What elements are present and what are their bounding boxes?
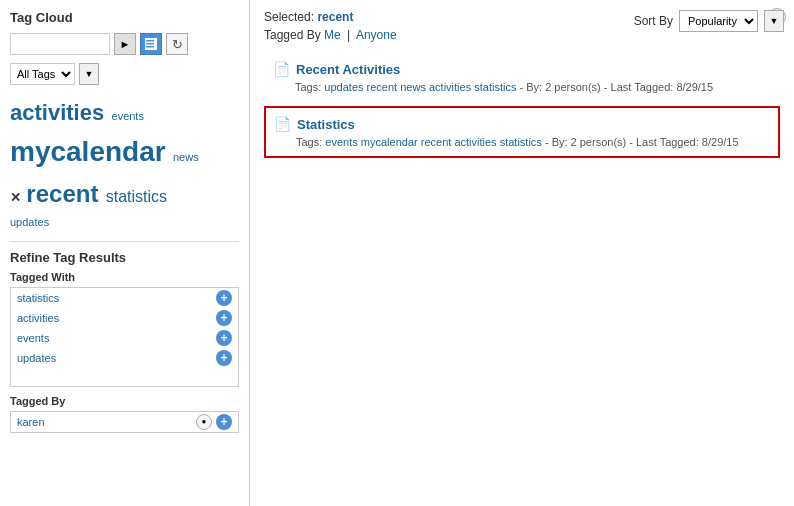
- tag-recent[interactable]: recent: [26, 180, 98, 207]
- tag-events[interactable]: events: [112, 110, 144, 122]
- result-tag-activities[interactable]: activities: [429, 81, 471, 93]
- refine-title: Refine Tag Results: [10, 250, 239, 265]
- tagged-by-label: Tagged By: [10, 395, 239, 407]
- selected-value: recent: [317, 10, 353, 24]
- svg-rect-2: [146, 43, 154, 45]
- tag-toggle-button[interactable]: [140, 33, 162, 55]
- refine-section: Refine Tag Results Tagged With statistic…: [10, 241, 239, 433]
- result-tags-label: Tags:: [295, 81, 324, 93]
- result-meta-statistics: Tags: events mycalendar recent activitie…: [274, 136, 770, 148]
- refine-item-activities[interactable]: activities: [17, 312, 59, 324]
- tagged-by-karen[interactable]: karen: [17, 416, 45, 428]
- list-item: activities +: [11, 308, 238, 328]
- results-list: 📄 Recent Activities Tags: updates recent…: [264, 52, 780, 158]
- sort-label: Sort By: [634, 14, 673, 28]
- refresh-button[interactable]: ↻: [166, 33, 188, 55]
- left-panel: Tag Cloud ► ↻ All Tags: [0, 0, 250, 506]
- result-meta-recent-activities: Tags: updates recent news activities sta…: [273, 81, 771, 93]
- svg-rect-1: [146, 40, 154, 42]
- right-panel: Sort By Popularity ▼ Selected: recent Ta…: [250, 0, 794, 506]
- result-title-statistics[interactable]: Statistics: [297, 117, 355, 132]
- tagged-by-separator: |: [347, 28, 350, 42]
- result-recent-activities: 📄 Recent Activities Tags: updates recent…: [264, 52, 780, 102]
- result-title-row: 📄 Recent Activities: [273, 61, 771, 77]
- add-activities-button[interactable]: +: [216, 310, 232, 326]
- tagged-with-group: Tagged With statistics + activities + ev…: [10, 271, 239, 387]
- tagged-by-anyone-link[interactable]: Anyone: [356, 28, 397, 42]
- add-statistics-button[interactable]: +: [216, 290, 232, 306]
- tag-news[interactable]: news: [173, 151, 199, 163]
- tag-statistics[interactable]: statistics: [106, 188, 167, 205]
- result-title-recent-activities[interactable]: Recent Activities: [296, 62, 400, 77]
- tag-updates[interactable]: updates: [10, 216, 49, 228]
- sort-select[interactable]: Popularity: [679, 10, 758, 32]
- tagged-with-label: Tagged With: [10, 271, 239, 283]
- search-row: ► ↻: [10, 33, 239, 55]
- tagged-by-text: Tagged By: [264, 28, 321, 42]
- add-events-button[interactable]: +: [216, 330, 232, 346]
- sort-dropdown-button[interactable]: ▼: [764, 10, 784, 32]
- sort-bar: Sort By Popularity ▼: [634, 10, 784, 32]
- tagged-by-radio-icon[interactable]: ●: [196, 414, 212, 430]
- refine-list: statistics + activities + events + upd: [11, 288, 238, 368]
- tag-cloud-section: Tag Cloud ► ↻ All Tags: [10, 10, 239, 233]
- tagged-by-group: Tagged By karen ● +: [10, 395, 239, 433]
- tag-mycalendar[interactable]: mycalendar: [10, 136, 166, 167]
- search-go-button[interactable]: ►: [114, 33, 136, 55]
- tag-search-input[interactable]: [10, 33, 110, 55]
- result-tag-news[interactable]: news: [400, 81, 426, 93]
- filter-row: All Tags ▼: [10, 63, 239, 85]
- result-tag-activities2[interactable]: activities: [454, 136, 496, 148]
- selected-label: Selected:: [264, 10, 314, 24]
- tagged-by-me-link[interactable]: Me: [324, 28, 341, 42]
- list-item: events +: [11, 328, 238, 348]
- result-tag-updates[interactable]: updates: [324, 81, 363, 93]
- result-meta-suffix-statistics: - By: 2 person(s) - Last Tagged: 8/29/15: [545, 136, 739, 148]
- tag-icon: [145, 38, 157, 50]
- result-meta-suffix: - By: 2 person(s) - Last Tagged: 8/29/15: [519, 81, 713, 93]
- refine-item-events[interactable]: events: [17, 332, 49, 344]
- tagged-by-karen-row: karen ● +: [10, 411, 239, 433]
- result-tag-recent2[interactable]: recent: [421, 136, 452, 148]
- result-statistics: 📄 Statistics Tags: events mycalendar rec…: [264, 106, 780, 158]
- result-title-row-statistics: 📄 Statistics: [274, 116, 770, 132]
- svg-rect-3: [146, 46, 154, 48]
- refine-list-container[interactable]: statistics + activities + events + upd: [10, 287, 239, 387]
- tag-cloud-content: activities events mycalendar news ✕ rece…: [10, 95, 239, 233]
- result-tag-statistics2[interactable]: statistics: [500, 136, 542, 148]
- result-tag-mycalendar[interactable]: mycalendar: [361, 136, 418, 148]
- result-tag-recent[interactable]: recent: [367, 81, 398, 93]
- result-document-icon: 📄: [273, 61, 290, 77]
- result-tag-events[interactable]: events: [325, 136, 357, 148]
- add-updates-button[interactable]: +: [216, 350, 232, 366]
- filter-dropdown-button[interactable]: ▼: [79, 63, 99, 85]
- tag-filter-select[interactable]: All Tags: [10, 63, 75, 85]
- result-tags-label-statistics: Tags:: [296, 136, 325, 148]
- refine-item-statistics[interactable]: statistics: [17, 292, 59, 304]
- tag-cloud-title: Tag Cloud: [10, 10, 239, 25]
- tagged-by-icons: ● +: [196, 414, 232, 430]
- refine-item-updates[interactable]: updates: [17, 352, 56, 364]
- main-container: ? Tag Cloud ► ↻: [0, 0, 794, 506]
- result-tag-statistics[interactable]: statistics: [474, 81, 516, 93]
- tag-remove-recent[interactable]: ✕: [10, 190, 21, 205]
- list-item: updates +: [11, 348, 238, 368]
- list-item: statistics +: [11, 288, 238, 308]
- tag-activities[interactable]: activities: [10, 100, 104, 125]
- result-document-icon-statistics: 📄: [274, 116, 291, 132]
- add-karen-button[interactable]: +: [216, 414, 232, 430]
